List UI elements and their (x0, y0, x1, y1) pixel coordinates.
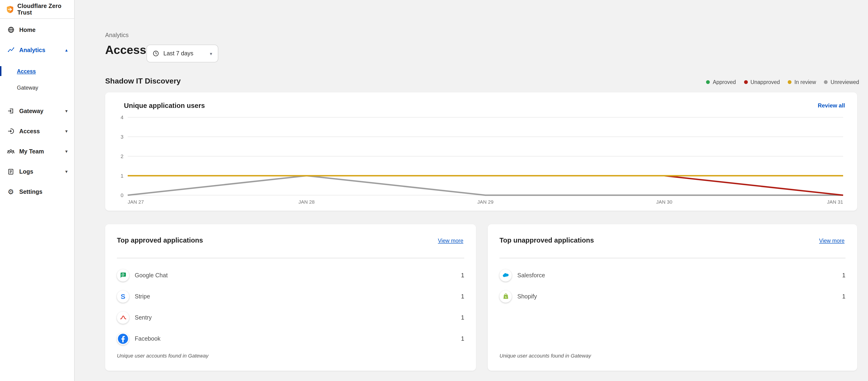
app-logo-row[interactable]: Cloudflare Zero Trust (0, 0, 74, 19)
sidebar-subitem-label: Gateway (17, 85, 38, 90)
time-range-dropdown[interactable]: Last 7 days ▾ (147, 44, 218, 62)
sidebar-subitem-access[interactable]: Access (0, 63, 74, 79)
unapproved-dot-icon (744, 80, 748, 84)
shopify-icon (499, 290, 512, 303)
sidebar-item-access[interactable]: Access ▾ (0, 121, 74, 141)
svg-text:1: 1 (121, 173, 123, 179)
svg-text:JAN 31: JAN 31 (827, 199, 843, 204)
chevron-down-icon[interactable]: ▾ (65, 129, 68, 134)
sentry-icon (117, 311, 129, 323)
sidebar-item-my-team[interactable]: My Team ▾ (0, 141, 74, 161)
svg-text:4: 4 (121, 115, 123, 120)
svg-text:JAN 29: JAN 29 (477, 199, 494, 204)
google-chat-icon: @ (117, 269, 129, 281)
svg-text:JAN 30: JAN 30 (656, 199, 673, 204)
approved-dot-icon (706, 80, 710, 84)
card-footer-note: Unique user accounts found in Gateway (117, 353, 209, 358)
sidebar-item-label: Gateway (19, 108, 43, 114)
cloudflare-zero-trust-logo-icon (6, 5, 14, 13)
divider (499, 258, 845, 258)
clock-icon (153, 50, 159, 57)
app-title: Cloudflare Zero Trust (18, 3, 74, 16)
chevron-up-icon[interactable]: ▴ (65, 47, 68, 53)
view-more-link[interactable]: View more (438, 238, 463, 244)
logs-icon (7, 168, 14, 175)
card-title: Top unapproved applications (499, 236, 594, 244)
sidebar-item-label: My Team (19, 148, 44, 155)
chevron-down-icon: ▾ (210, 51, 212, 56)
page-title: Access (105, 43, 146, 57)
app-row-google-chat[interactable]: @ Google Chat 1 (117, 265, 464, 286)
access-icon (7, 127, 14, 135)
stripe-icon: S (117, 290, 129, 303)
view-more-link[interactable]: View more (819, 238, 844, 244)
top-approved-apps-card: Top approved applications View more @ Go… (105, 224, 476, 371)
svg-text:2: 2 (121, 153, 123, 159)
sidebar-item-label: Analytics (19, 47, 45, 53)
svg-text:0: 0 (121, 192, 123, 198)
analytics-icon (7, 46, 14, 54)
gateway-icon (7, 107, 14, 115)
globe-icon (7, 26, 14, 34)
svg-text:3: 3 (121, 134, 123, 140)
facebook-icon (117, 332, 129, 345)
top-unapproved-apps-card: Top unapproved applications View more Sa… (488, 224, 857, 371)
sidebar: Cloudflare Zero Trust Home Analytics (0, 0, 75, 381)
legend-item-in-review: In review (788, 79, 816, 85)
sidebar-item-label: Home (19, 27, 35, 33)
app-row-facebook[interactable]: Facebook 1 (117, 328, 464, 349)
sidebar-item-label: Access (19, 128, 40, 134)
active-indicator-bar (0, 66, 1, 76)
gear-icon: ⚙ (7, 188, 14, 195)
section-title: Shadow IT Discovery (105, 77, 181, 86)
app-row-shopify[interactable]: Shopify 1 (499, 286, 845, 307)
breadcrumb: Analytics (105, 32, 129, 38)
line-chart: 01234JAN 27JAN 28JAN 29JAN 30JAN 31 (105, 92, 857, 211)
legend-item-unreviewed: Unreviewed (824, 79, 859, 85)
sidebar-item-analytics[interactable]: Analytics ▴ (0, 40, 74, 60)
sidebar-subitem-label: Access (17, 68, 36, 74)
svg-text:@: @ (121, 273, 124, 276)
app-row-sentry[interactable]: Sentry 1 (117, 307, 464, 328)
app-row-salesforce[interactable]: Salesforce 1 (499, 265, 845, 286)
card-title: Top approved applications (117, 236, 203, 244)
sidebar-item-home[interactable]: Home (0, 20, 74, 40)
sidebar-nav: Home Analytics ▴ Access Gateway (0, 20, 74, 202)
card-footer-note: Unique user accounts found in Gateway (499, 353, 591, 358)
main-content: Analytics Access Last 7 days ▾ Shadow IT… (75, 0, 868, 381)
svg-text:JAN 27: JAN 27 (128, 199, 144, 204)
salesforce-icon (499, 269, 512, 281)
chevron-down-icon[interactable]: ▾ (65, 149, 68, 154)
chevron-down-icon[interactable]: ▾ (65, 169, 68, 174)
legend-item-approved: Approved (706, 79, 736, 85)
analytics-subnav: Access Gateway (0, 63, 74, 96)
status-legend: Approved Unapproved In review Unreviewed (706, 79, 859, 85)
sidebar-item-logs[interactable]: Logs ▾ (0, 161, 74, 182)
sidebar-item-label: Settings (19, 188, 42, 195)
in-review-dot-icon (788, 80, 792, 84)
team-icon (7, 148, 14, 155)
legend-item-unapproved: Unapproved (744, 79, 780, 85)
unreviewed-dot-icon (824, 80, 828, 84)
sidebar-item-label: Logs (19, 168, 33, 175)
sidebar-item-settings[interactable]: ⚙ Settings (0, 182, 74, 202)
unique-users-chart-card: Unique application users Review all 0123… (105, 92, 857, 211)
svg-text:JAN 28: JAN 28 (299, 199, 315, 204)
sidebar-subitem-gateway[interactable]: Gateway (0, 79, 74, 96)
time-range-value: Last 7 days (163, 50, 193, 57)
divider (117, 258, 464, 258)
app-row-stripe[interactable]: S Stripe 1 (117, 286, 464, 307)
sidebar-item-gateway[interactable]: Gateway ▾ (0, 101, 74, 121)
chevron-down-icon[interactable]: ▾ (65, 108, 68, 114)
